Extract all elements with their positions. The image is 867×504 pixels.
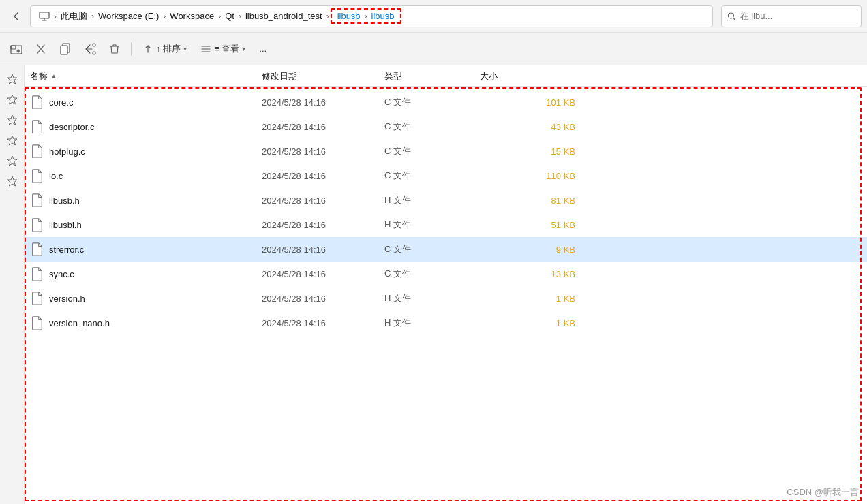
table-row[interactable]: hotplug.c 2024/5/28 14:16 C 文件 15 KB [25,139,867,163]
file-type: H 文件 [384,292,480,304]
pin-button-2[interactable] [4,91,20,108]
pin-button-6[interactable] [4,173,20,189]
file-type: C 文件 [384,96,480,108]
svg-rect-0 [40,12,49,18]
col-header-date[interactable]: 修改日期 [262,70,384,82]
file-type: C 文件 [384,121,480,133]
breadcrumb-qt[interactable]: Qt [222,10,237,22]
file-icon [30,144,44,158]
search-icon [727,12,736,21]
breadcrumb-libusb-1[interactable]: libusb [335,10,363,22]
table-row[interactable]: version.h 2024/5/28 14:16 H 文件 1 KB [25,286,867,311]
table-row[interactable]: libusbi.h 2024/5/28 14:16 H 文件 51 KB [25,212,867,237]
file-type: C 文件 [384,243,480,255]
file-size: 51 KB [480,220,575,230]
column-headers: 名称 ▲ 修改日期 类型 大小 [25,65,867,87]
breadcrumb[interactable]: › 此电脑 › Workspace (E:) › Workspace › Qt … [30,5,713,27]
file-name: sync.c [49,269,262,279]
table-row[interactable]: io.c 2024/5/28 14:16 C 文件 110 KB [25,163,867,188]
breadcrumb-workspace[interactable]: Workspace [167,10,217,22]
file-size: 1 KB [480,294,575,304]
copy-button[interactable] [55,38,76,60]
file-size: 81 KB [480,195,575,206]
file-type: C 文件 [384,268,480,280]
svg-point-7 [93,52,95,54]
breadcrumb-libusb-android-test[interactable]: libusb_android_test [243,10,325,22]
file-icon [30,242,44,256]
toolbar-separator-1 [131,42,132,56]
table-row[interactable]: libusb.h 2024/5/28 14:16 H 文件 81 KB [25,188,867,212]
file-icon [30,316,44,330]
address-bar: › 此电脑 › Workspace (E:) › Workspace › Qt … [0,0,867,33]
file-name: io.c [49,171,262,181]
col-header-size[interactable]: 大小 [480,70,575,82]
new-folder-button[interactable] [5,38,27,60]
file-type: C 文件 [384,145,480,157]
file-icon [30,120,44,133]
breadcrumb-highlighted-section: libusb › libusb [331,8,401,24]
breadcrumb-workspace-e[interactable]: Workspace (E:) [95,10,162,22]
file-date: 2024/5/28 14:16 [262,97,384,108]
col-header-type[interactable]: 类型 [384,70,480,82]
pin-sidebar [0,65,25,504]
table-row[interactable]: strerror.c 2024/5/28 14:16 C 文件 9 KB [25,237,867,262]
svg-point-6 [93,44,95,46]
file-size: 1 KB [480,318,575,328]
svg-rect-5 [61,46,67,54]
table-row[interactable]: core.c 2024/5/28 14:16 C 文件 101 KB [25,90,867,114]
file-date: 2024/5/28 14:16 [262,269,384,279]
table-row[interactable]: sync.c 2024/5/28 14:16 C 文件 13 KB [25,262,867,286]
csdn-watermark: CSDN @听我一言 [787,486,859,499]
file-name: version.h [49,294,262,304]
breadcrumb-thispc[interactable]: 此电脑 [58,9,90,24]
svg-rect-2 [11,46,16,49]
cut-button[interactable] [30,38,52,60]
file-size: 110 KB [480,171,575,181]
pin-button-3[interactable] [4,112,20,128]
sort-button[interactable]: ↑ 排序 ▾ [137,38,192,60]
file-size: 101 KB [480,97,575,108]
pin-button-4[interactable] [4,132,20,148]
file-type: C 文件 [384,170,480,182]
back-button[interactable] [5,5,27,27]
file-type: H 文件 [384,219,480,231]
file-date: 2024/5/28 14:16 [262,220,384,230]
file-size: 43 KB [480,122,575,132]
delete-button[interactable] [104,38,125,60]
view-button[interactable]: ≡ 查看 ▾ [195,38,251,60]
svg-rect-3 [11,46,22,54]
file-name: descriptor.c [49,122,262,132]
file-size: 13 KB [480,269,575,279]
file-name: core.c [49,97,262,108]
file-icon [30,292,44,305]
col-header-name[interactable]: 名称 ▲ [30,70,262,82]
file-icon [30,95,44,109]
file-icon [30,267,44,281]
file-date: 2024/5/28 14:16 [262,318,384,328]
pin-button-1[interactable] [4,71,20,87]
more-button[interactable]: ... [254,38,272,60]
file-date: 2024/5/28 14:16 [262,146,384,157]
file-date: 2024/5/28 14:16 [262,122,384,132]
file-size: 15 KB [480,146,575,157]
search-box[interactable] [721,5,862,27]
file-icon [30,193,44,207]
share-button[interactable] [79,38,101,60]
table-row[interactable]: descriptor.c 2024/5/28 14:16 C 文件 43 KB [25,114,867,139]
file-size: 9 KB [480,245,575,255]
toolbar: ↑ 排序 ▾ ≡ 查看 ▾ ... [0,33,867,65]
pin-button-5[interactable] [4,153,20,169]
file-area: 名称 ▲ 修改日期 类型 大小 core.c 2024/5 [25,65,867,504]
file-name: strerror.c [49,245,262,255]
file-date: 2024/5/28 14:16 [262,294,384,304]
search-input[interactable] [740,11,855,21]
breadcrumb-libusb-2[interactable]: libusb [369,10,397,22]
file-name: libusb.h [49,195,262,206]
file-type: H 文件 [384,194,480,206]
table-row[interactable]: version_nano.h 2024/5/28 14:16 H 文件 1 KB [25,311,867,335]
file-list: core.c 2024/5/28 14:16 C 文件 101 KB descr… [25,87,867,504]
file-date: 2024/5/28 14:16 [262,245,384,255]
file-name: hotplug.c [49,146,262,157]
main-container: 名称 ▲ 修改日期 类型 大小 core.c 2024/5 [0,65,867,504]
breadcrumb-pc[interactable] [36,10,52,23]
